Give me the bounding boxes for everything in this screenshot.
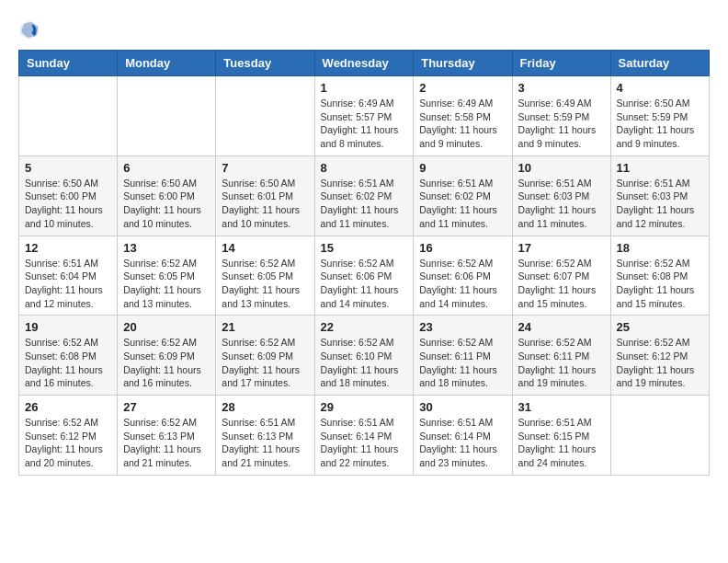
calendar-cell: 14Sunrise: 6:52 AM Sunset: 6:05 PM Dayli… bbox=[216, 236, 314, 316]
day-info: Sunrise: 6:51 AM Sunset: 6:03 PM Dayligh… bbox=[518, 177, 605, 231]
calendar-week-row: 19Sunrise: 6:52 AM Sunset: 6:08 PM Dayli… bbox=[19, 316, 710, 396]
day-info: Sunrise: 6:51 AM Sunset: 6:03 PM Dayligh… bbox=[617, 177, 703, 231]
day-info: Sunrise: 6:52 AM Sunset: 6:08 PM Dayligh… bbox=[617, 257, 703, 311]
day-info: Sunrise: 6:52 AM Sunset: 6:06 PM Dayligh… bbox=[321, 257, 408, 311]
day-number: 9 bbox=[419, 161, 506, 175]
day-number: 24 bbox=[518, 320, 605, 334]
calendar-week-row: 26Sunrise: 6:52 AM Sunset: 6:12 PM Dayli… bbox=[19, 396, 710, 476]
day-number: 1 bbox=[321, 81, 408, 95]
day-number: 8 bbox=[321, 161, 408, 175]
calendar-cell: 31Sunrise: 6:51 AM Sunset: 6:15 PM Dayli… bbox=[512, 396, 610, 476]
day-info: Sunrise: 6:52 AM Sunset: 6:12 PM Dayligh… bbox=[617, 336, 703, 390]
calendar-body: 1Sunrise: 6:49 AM Sunset: 5:57 PM Daylig… bbox=[19, 76, 710, 476]
day-number: 29 bbox=[321, 400, 408, 414]
day-number: 15 bbox=[321, 241, 408, 255]
calendar-cell: 17Sunrise: 6:52 AM Sunset: 6:07 PM Dayli… bbox=[512, 236, 610, 316]
day-number: 31 bbox=[518, 400, 605, 414]
calendar-cell: 5Sunrise: 6:50 AM Sunset: 6:00 PM Daylig… bbox=[19, 155, 118, 236]
day-info: Sunrise: 6:52 AM Sunset: 6:11 PM Dayligh… bbox=[419, 336, 506, 390]
calendar-cell: 24Sunrise: 6:52 AM Sunset: 6:11 PM Dayli… bbox=[512, 316, 610, 396]
day-number: 18 bbox=[617, 241, 703, 255]
calendar-cell bbox=[118, 76, 216, 156]
logo bbox=[18, 18, 44, 40]
day-number: 25 bbox=[617, 320, 703, 334]
day-info: Sunrise: 6:52 AM Sunset: 6:08 PM Dayligh… bbox=[25, 336, 111, 390]
day-number: 11 bbox=[617, 161, 703, 175]
day-info: Sunrise: 6:50 AM Sunset: 6:01 PM Dayligh… bbox=[222, 177, 308, 231]
day-info: Sunrise: 6:50 AM Sunset: 5:59 PM Dayligh… bbox=[617, 97, 703, 151]
calendar-table: SundayMondayTuesdayWednesdayThursdayFrid… bbox=[18, 50, 710, 476]
day-number: 6 bbox=[123, 161, 210, 175]
day-info: Sunrise: 6:52 AM Sunset: 6:07 PM Dayligh… bbox=[518, 257, 605, 311]
day-number: 4 bbox=[617, 81, 703, 95]
day-info: Sunrise: 6:51 AM Sunset: 6:02 PM Dayligh… bbox=[419, 177, 506, 231]
weekday-header: Monday bbox=[118, 51, 216, 76]
weekday-header: Sunday bbox=[19, 51, 118, 76]
calendar-cell: 22Sunrise: 6:52 AM Sunset: 6:10 PM Dayli… bbox=[314, 316, 414, 396]
calendar-cell: 23Sunrise: 6:52 AM Sunset: 6:11 PM Dayli… bbox=[414, 316, 512, 396]
day-number: 26 bbox=[25, 400, 111, 414]
weekday-header: Wednesday bbox=[314, 51, 414, 76]
day-info: Sunrise: 6:52 AM Sunset: 6:09 PM Dayligh… bbox=[123, 336, 210, 390]
calendar-week-row: 12Sunrise: 6:51 AM Sunset: 6:04 PM Dayli… bbox=[19, 236, 710, 316]
calendar-cell: 15Sunrise: 6:52 AM Sunset: 6:06 PM Dayli… bbox=[314, 236, 414, 316]
calendar-cell bbox=[216, 76, 314, 156]
day-info: Sunrise: 6:52 AM Sunset: 6:06 PM Dayligh… bbox=[419, 257, 506, 311]
calendar-cell: 27Sunrise: 6:52 AM Sunset: 6:13 PM Dayli… bbox=[118, 396, 216, 476]
day-number: 16 bbox=[419, 241, 506, 255]
day-info: Sunrise: 6:52 AM Sunset: 6:11 PM Dayligh… bbox=[518, 336, 605, 390]
day-number: 21 bbox=[222, 320, 308, 334]
day-info: Sunrise: 6:52 AM Sunset: 6:10 PM Dayligh… bbox=[321, 336, 408, 390]
calendar-cell: 9Sunrise: 6:51 AM Sunset: 6:02 PM Daylig… bbox=[414, 155, 512, 236]
calendar-cell: 18Sunrise: 6:52 AM Sunset: 6:08 PM Dayli… bbox=[610, 236, 709, 316]
calendar-header-row: SundayMondayTuesdayWednesdayThursdayFrid… bbox=[19, 51, 710, 76]
calendar-cell: 7Sunrise: 6:50 AM Sunset: 6:01 PM Daylig… bbox=[216, 155, 314, 236]
day-info: Sunrise: 6:51 AM Sunset: 6:15 PM Dayligh… bbox=[518, 416, 605, 470]
calendar-cell: 11Sunrise: 6:51 AM Sunset: 6:03 PM Dayli… bbox=[610, 155, 709, 236]
day-number: 22 bbox=[321, 320, 408, 334]
day-number: 3 bbox=[518, 81, 605, 95]
weekday-header: Saturday bbox=[610, 51, 709, 76]
calendar-cell: 2Sunrise: 6:49 AM Sunset: 5:58 PM Daylig… bbox=[414, 76, 512, 156]
calendar-cell: 13Sunrise: 6:52 AM Sunset: 6:05 PM Dayli… bbox=[118, 236, 216, 316]
day-number: 20 bbox=[123, 320, 210, 334]
calendar-cell: 8Sunrise: 6:51 AM Sunset: 6:02 PM Daylig… bbox=[314, 155, 414, 236]
day-number: 19 bbox=[25, 320, 111, 334]
day-number: 12 bbox=[25, 241, 111, 255]
day-info: Sunrise: 6:52 AM Sunset: 6:05 PM Dayligh… bbox=[222, 257, 308, 311]
day-number: 7 bbox=[222, 161, 308, 175]
calendar-cell: 16Sunrise: 6:52 AM Sunset: 6:06 PM Dayli… bbox=[414, 236, 512, 316]
day-info: Sunrise: 6:49 AM Sunset: 5:58 PM Dayligh… bbox=[419, 97, 506, 151]
calendar-cell bbox=[610, 396, 709, 476]
day-number: 17 bbox=[518, 241, 605, 255]
day-number: 30 bbox=[419, 400, 506, 414]
day-info: Sunrise: 6:52 AM Sunset: 6:13 PM Dayligh… bbox=[123, 416, 210, 470]
day-info: Sunrise: 6:51 AM Sunset: 6:02 PM Dayligh… bbox=[321, 177, 408, 231]
day-info: Sunrise: 6:50 AM Sunset: 6:00 PM Dayligh… bbox=[25, 177, 111, 231]
weekday-header: Friday bbox=[512, 51, 610, 76]
calendar-cell: 25Sunrise: 6:52 AM Sunset: 6:12 PM Dayli… bbox=[610, 316, 709, 396]
day-number: 2 bbox=[419, 81, 506, 95]
calendar-cell: 12Sunrise: 6:51 AM Sunset: 6:04 PM Dayli… bbox=[19, 236, 118, 316]
day-info: Sunrise: 6:52 AM Sunset: 6:12 PM Dayligh… bbox=[25, 416, 111, 470]
calendar-cell: 19Sunrise: 6:52 AM Sunset: 6:08 PM Dayli… bbox=[19, 316, 118, 396]
day-info: Sunrise: 6:51 AM Sunset: 6:13 PM Dayligh… bbox=[222, 416, 308, 470]
day-info: Sunrise: 6:52 AM Sunset: 6:05 PM Dayligh… bbox=[123, 257, 210, 311]
day-number: 5 bbox=[25, 161, 111, 175]
day-number: 23 bbox=[419, 320, 506, 334]
day-info: Sunrise: 6:52 AM Sunset: 6:09 PM Dayligh… bbox=[222, 336, 308, 390]
day-info: Sunrise: 6:50 AM Sunset: 6:00 PM Dayligh… bbox=[123, 177, 210, 231]
day-number: 27 bbox=[123, 400, 210, 414]
page-header bbox=[18, 18, 710, 40]
weekday-header: Tuesday bbox=[216, 51, 314, 76]
calendar-cell: 4Sunrise: 6:50 AM Sunset: 5:59 PM Daylig… bbox=[610, 76, 709, 156]
calendar-cell bbox=[19, 76, 118, 156]
calendar-week-row: 5Sunrise: 6:50 AM Sunset: 6:00 PM Daylig… bbox=[19, 155, 710, 236]
day-number: 14 bbox=[222, 241, 308, 255]
calendar-cell: 21Sunrise: 6:52 AM Sunset: 6:09 PM Dayli… bbox=[216, 316, 314, 396]
weekday-header: Thursday bbox=[414, 51, 512, 76]
day-number: 28 bbox=[222, 400, 308, 414]
calendar-cell: 20Sunrise: 6:52 AM Sunset: 6:09 PM Dayli… bbox=[118, 316, 216, 396]
day-number: 13 bbox=[123, 241, 210, 255]
calendar-cell: 30Sunrise: 6:51 AM Sunset: 6:14 PM Dayli… bbox=[414, 396, 512, 476]
